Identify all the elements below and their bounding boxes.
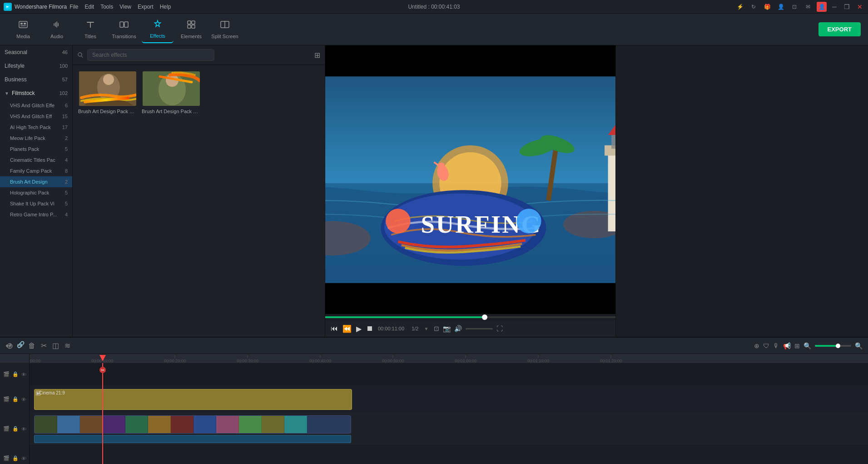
timeline-tracks: ✂ Cinema 21:9 ▶ 75c Travel Stickers Pack… <box>30 363 868 464</box>
timeline-ruler: 00:00:00:00 00:00:10:00 00:00:20:00 00:0… <box>30 354 868 363</box>
minimize-button[interactable]: ─ <box>830 3 838 10</box>
search-input[interactable] <box>87 49 214 61</box>
sidebar-sub-brush-art[interactable]: Brush Art Design 2 <box>0 176 72 187</box>
menu-view[interactable]: View <box>119 4 131 10</box>
effects-search-bar: ⊞ <box>73 45 325 65</box>
zoom-controls-icon[interactable]: ⊕ <box>754 342 759 349</box>
sidebar-category-seasonal[interactable]: Seasonal 46 <box>0 45 72 59</box>
zoom-thumb <box>836 344 840 348</box>
track3-lock-icon[interactable]: 🔒 <box>12 426 19 432</box>
ripple-button[interactable]: ≋ <box>64 341 70 350</box>
play-button[interactable]: ▶ <box>356 324 362 333</box>
step-back-button[interactable]: ⏪ <box>342 324 352 333</box>
toolbar-audio[interactable]: Audio <box>41 16 73 43</box>
menu-tools[interactable]: Tools <box>100 4 113 10</box>
stickers-clip[interactable]: 75c Travel Stickers Pack... <box>34 415 351 434</box>
media-label: Media <box>16 34 30 39</box>
sidebar-sub-retro-game[interactable]: Retro Game Intro P... 4 <box>0 209 72 220</box>
audio-toggle-icon[interactable]: 🔊 <box>454 325 462 332</box>
user-active-icon[interactable]: 👤 <box>817 2 827 12</box>
sidebar-sub-vhs1[interactable]: VHS And Glitch Effe 6 <box>0 100 72 111</box>
fullscreen-icon[interactable]: ⛶ <box>496 325 503 332</box>
toolbar-titles[interactable]: Titles <box>74 16 106 43</box>
sidebar-sub-ai-high-tech[interactable]: AI High Tech Pack 17 <box>0 122 72 133</box>
preview-progress-bar[interactable] <box>325 314 615 320</box>
crop-icon[interactable]: ⊡ <box>434 325 439 332</box>
sidebar-sub-planets[interactable]: Planets Pack 5 <box>0 144 72 155</box>
timeline-body: 🎬 🔒 👁 🎬 🔒 👁 🎬 🔒 👁 🎬 🔒 👁 <box>0 354 868 464</box>
cut-button[interactable]: ✂ <box>41 341 47 350</box>
track1-eye-icon[interactable]: 👁 <box>21 372 26 377</box>
snap-icon[interactable]: ⊞ <box>794 342 800 349</box>
ruler-mark-3: 00:00:30:00 <box>237 355 258 363</box>
cinematic-label: Cinematic Titles Pac <box>10 157 55 163</box>
menu-file[interactable]: File <box>69 4 78 10</box>
video-clip[interactable]: Cinema 21:9 ▶ <box>34 389 352 410</box>
sidebar-sub-shake-it-up[interactable]: Shake It Up Pack Vi 5 <box>0 198 72 209</box>
lightning-icon[interactable]: ⚡ <box>735 2 745 12</box>
voiceover-icon[interactable]: 📢 <box>783 342 791 349</box>
ruler-spacer <box>0 354 29 363</box>
sync-icon[interactable]: ↻ <box>749 2 759 12</box>
expand-icon: ▼ <box>5 91 9 96</box>
menu-export[interactable]: Export <box>138 4 154 10</box>
close-button[interactable]: ✕ <box>855 3 864 10</box>
shield-icon[interactable]: 🛡 <box>763 342 769 349</box>
effect-card-brush1[interactable]: Brush Art Design Pack O... <box>78 70 137 114</box>
zoom-slider[interactable] <box>815 345 851 347</box>
track4-eye-icon[interactable]: 👁 <box>21 456 26 461</box>
delete-button[interactable]: 🗑 <box>28 342 35 350</box>
restore-button[interactable]: ❐ <box>842 3 852 10</box>
screenshot-icon[interactable]: 📷 <box>443 325 451 332</box>
track4-lock-icon[interactable]: 🔒 <box>12 455 19 461</box>
ruler-mark-0: 00:00:00:00 <box>30 355 40 363</box>
effects-sidebar: Seasonal 46 Lifestyle 100 Business 57 ▼ … <box>0 45 73 337</box>
menu-edit[interactable]: Edit <box>85 4 94 10</box>
track2-eye-icon[interactable]: 👁 <box>21 397 26 402</box>
track3-eye-icon[interactable]: 👁 <box>21 426 26 432</box>
track4-row <box>30 445 868 464</box>
clip-icon: ▶ <box>35 390 41 396</box>
volume-slider[interactable] <box>466 328 493 329</box>
sticker-thumb-7 <box>193 416 216 433</box>
audio-clip[interactable] <box>34 435 351 443</box>
gift-icon[interactable]: 🎁 <box>762 2 772 12</box>
track2-lock-icon[interactable]: 🔒 <box>12 396 19 402</box>
timeline-tracks-main: 00:00:00:00 00:00:10:00 00:00:20:00 00:0… <box>30 354 868 464</box>
retro-game-count: 4 <box>65 212 68 217</box>
toolbar-elements[interactable]: Elements <box>175 16 207 43</box>
zoom-out-icon[interactable]: 🔍 <box>804 342 811 349</box>
toolbar-transitions[interactable]: Transitions <box>108 16 140 43</box>
sidebar-category-filmstock[interactable]: ▼ Filmstock 102 <box>0 86 72 100</box>
title-bar-left: Wondershare Filmora File Edit Tools View… <box>4 3 171 11</box>
menu-help[interactable]: Help <box>160 4 171 10</box>
toolbar-media[interactable]: Media <box>7 16 39 43</box>
zoom-in-icon[interactable]: 🔍 <box>855 342 863 349</box>
toolbar-split-screen[interactable]: Split Screen <box>209 16 241 43</box>
trim-button[interactable]: ◫ <box>52 341 59 350</box>
stop-button[interactable]: ⏹ <box>366 324 373 333</box>
sidebar-sub-holographic[interactable]: Holographic Pack 5 <box>0 187 72 198</box>
effects-content: ⊞ <box>73 45 325 337</box>
split-screen-icon <box>220 20 230 32</box>
screen-icon[interactable]: ⊡ <box>789 2 799 12</box>
link-icon[interactable]: 🔗 <box>17 341 25 351</box>
sidebar-sub-meow-life[interactable]: Meow Life Pack 2 <box>0 133 72 144</box>
sidebar-sub-vhs2[interactable]: VHS And Glitch Eff 15 <box>0 111 72 122</box>
export-button[interactable]: EXPORT <box>818 22 861 36</box>
mail-icon[interactable]: ✉ <box>803 2 813 12</box>
sidebar-sub-family-camp[interactable]: Family Camp Pack 8 <box>0 165 72 176</box>
effect-card-brush2[interactable]: Brush Art Design Pack O... <box>142 70 201 114</box>
sidebar-category-lifestyle[interactable]: Lifestyle 100 <box>0 59 72 73</box>
rewind-button[interactable]: ⏮ <box>331 324 338 333</box>
add-media-icon[interactable]: ⊕ <box>6 341 13 351</box>
sidebar-category-business[interactable]: Business 57 <box>0 73 72 86</box>
track1-lock-icon[interactable]: 🔒 <box>12 371 19 377</box>
progress-thumb[interactable] <box>482 314 487 320</box>
mic-icon[interactable]: 🎙 <box>773 342 779 349</box>
toolbar-effects[interactable]: Effects <box>142 16 174 43</box>
track3-video-icon: 🎬 <box>3 426 10 432</box>
sidebar-sub-cinematic[interactable]: Cinematic Titles Pac 4 <box>0 155 72 165</box>
grid-toggle-icon[interactable]: ⊞ <box>314 51 320 60</box>
account-icon[interactable]: 👤 <box>776 2 786 12</box>
